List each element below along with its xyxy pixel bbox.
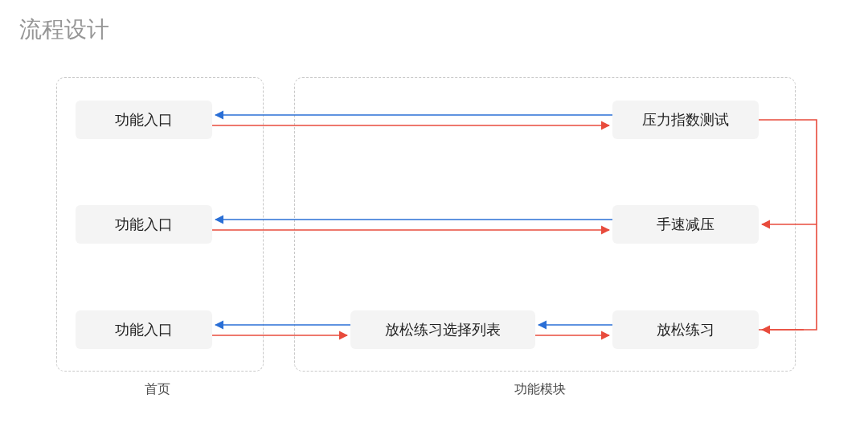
group-homepage-label: 首页 — [145, 381, 170, 398]
node-stress-test: 压力指数测试 — [612, 101, 759, 139]
node-relax-list: 放松练习选择列表 — [350, 310, 535, 349]
node-relax-practice: 放松练习 — [612, 310, 759, 349]
page-title: 流程设计 — [19, 14, 109, 45]
node-entry3: 功能入口 — [76, 310, 212, 349]
group-modules-label: 功能模块 — [514, 381, 566, 398]
node-entry1: 功能入口 — [76, 101, 212, 139]
node-speed-relief: 手速减压 — [612, 205, 759, 244]
node-entry2: 功能入口 — [76, 205, 212, 244]
